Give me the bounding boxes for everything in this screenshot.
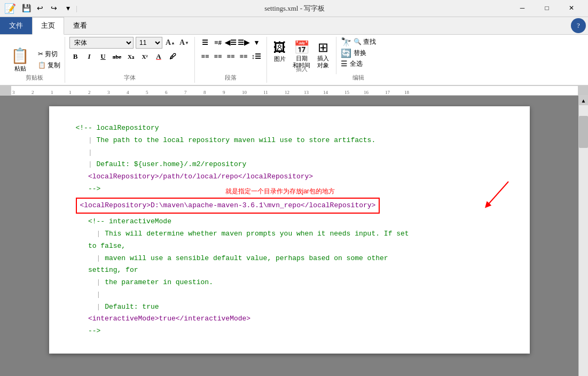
font-shrink-button[interactable]: A▼ [178, 37, 190, 49]
xml-line-16: <interactiveMode>true</interactiveMode> [76, 313, 503, 325]
scroll-up-button[interactable]: ▲ [579, 96, 588, 105]
font-row1: 宋体 11 A▲ A▼ [69, 37, 190, 49]
ruler: 3 2 1 1 2 3 4 5 6 7 8 9 10 11 12 13 14 1… [0, 86, 588, 96]
insert-image-button[interactable]: 🖼 图片 [271, 39, 288, 64]
scroll-track[interactable] [579, 105, 588, 376]
help-button[interactable]: ? [571, 18, 586, 33]
superscript-button[interactable]: X² [139, 51, 151, 62]
font-row2: B I U abe X₂ X² A 🖊 [69, 51, 190, 62]
para-row1: ☰ ≡# ◀☰ ☰▶ ▾ [199, 37, 262, 49]
edit-row1: 🔭 🔍 查找 [341, 37, 376, 47]
xml-line-11: | maven will use a sensible default valu… [76, 253, 503, 265]
close-button[interactable]: ✕ [559, 0, 584, 17]
xml-line-14: | [76, 289, 503, 301]
font-family-select[interactable]: 宋体 [69, 37, 134, 49]
bar-line: | The path to the local repository maven… [76, 136, 376, 144]
xml-line-10: to false, [76, 240, 503, 253]
underline-button[interactable]: U [97, 51, 109, 62]
clipboard-label: 剪贴板 [4, 74, 65, 82]
tab-view[interactable]: 查看 [64, 17, 96, 34]
close-comment2: --> [76, 327, 101, 335]
align-left-button[interactable]: ≡≡ [199, 51, 211, 62]
scroll-thumb[interactable] [579, 116, 588, 148]
find-label[interactable]: 🔍 查找 [354, 37, 376, 46]
selectall-icon: ☰ [341, 59, 348, 68]
interactive-comment-open: <!-- interactiveMode [76, 217, 171, 225]
insert-group: 🖼 图片 📅 日期和时间 ⊞ 插入对象 插入 [267, 37, 336, 74]
document-page[interactable]: <!-- localRepository | The path to the l… [49, 106, 530, 354]
to-false: to false, [76, 242, 126, 250]
save-quickbtn[interactable]: 💾 [20, 3, 32, 14]
xml-line-13: | the parameter in question. [76, 277, 503, 289]
para-row2: ≡≡ ≡≡ ≡≡ ≡≡ ↕☰ [199, 51, 262, 62]
vertical-scrollbar[interactable]: ▲ ▼ [578, 96, 588, 376]
local-repo-custom-tag: <localRepository>D:\maven\apache-maven-3… [80, 201, 376, 209]
xml-line-9: | This will determine whether maven prom… [76, 228, 503, 240]
xml-line-5: <localRepository>/path/to/local/repo</lo… [76, 171, 503, 183]
replace-label[interactable]: 替换 [354, 49, 366, 58]
xml-line-17: --> [76, 325, 503, 338]
app-icon: 📝 [4, 3, 16, 14]
xml-line-4: | Default: ${user.home}/.m2/repository [76, 159, 503, 171]
annotation-text: 就是指定一个目录作为存放jar包的地方 [225, 186, 335, 197]
quick-access-toolbar: 💾 ↩ ↪ ▾ [20, 3, 74, 14]
para-dropdown[interactable]: ▾ [250, 37, 262, 49]
font-grow-button[interactable]: A▲ [164, 37, 176, 49]
close-comment: --> [76, 185, 101, 193]
svg-line-1 [487, 182, 508, 206]
object-icon: ⊞ [318, 40, 328, 55]
maximize-button[interactable]: □ [535, 0, 559, 17]
annotation-arrow [471, 176, 514, 214]
font-color-button[interactable]: A [153, 51, 164, 62]
selectall-label[interactable]: 全选 [350, 59, 363, 68]
ruler-left-margin [0, 86, 11, 95]
window-title: settings.xml - 写字板 [80, 4, 510, 13]
default-text: | Default: ${user.home}/.m2/repository [76, 160, 247, 168]
image-icon: 🖼 [273, 40, 286, 55]
xml-line-3: | [76, 147, 503, 159]
editing-group: 🔭 🔍 查找 🔄 替换 ☰ 全选 编辑 [336, 37, 380, 83]
font-group-label: 字体 [65, 74, 194, 82]
highlight-button[interactable]: 🖊 [167, 51, 178, 62]
ribbon-tabs: 文件 主页 查看 ? [0, 17, 588, 35]
local-repo-tag: <localRepository>/path/to/local/repo</lo… [76, 173, 313, 181]
tab-home[interactable]: 主页 [32, 17, 64, 35]
xml-line-15: | Default: true [76, 301, 503, 314]
subscript-button[interactable]: X₂ [125, 51, 137, 62]
copy-button[interactable]: 📋 复制 [36, 60, 62, 70]
xml-line-1: <!-- localRepository [76, 122, 503, 135]
bold-button[interactable]: B [69, 51, 81, 62]
interactive-bar4: | [76, 291, 101, 299]
document-scroll-area[interactable]: <!-- localRepository | The path to the l… [0, 96, 578, 376]
quickaccess-dropdown[interactable]: ▾ [62, 3, 74, 14]
font-group: 宋体 11 A▲ A▼ B I U abe X₂ X² A 🖊 字体 [65, 37, 195, 83]
app-icon-area: 📝 [4, 3, 16, 14]
decrease-indent-button[interactable]: ◀☰ [225, 37, 237, 49]
paragraph-group: ☰ ≡# ◀☰ ☰▶ ▾ ≡≡ ≡≡ ≡≡ ≡≡ ↕☰ 段落 [195, 37, 267, 83]
italic-button[interactable]: I [83, 51, 95, 62]
window-controls: ─ □ ✕ [510, 0, 584, 17]
bar-line-empty: | [76, 148, 92, 156]
tab-file[interactable]: 文件 [0, 17, 32, 34]
justify-button[interactable]: ≡≡ [238, 51, 249, 62]
highlighted-line-container: <localRepository>D:\maven\apache-maven-3… [76, 198, 503, 214]
increase-indent-button[interactable]: ☰▶ [238, 37, 249, 49]
cut-button[interactable]: ✂ 剪切 [36, 49, 62, 59]
datetime-icon: 📅 [294, 40, 310, 55]
list-button[interactable]: ☰ [199, 37, 211, 49]
font-size-select[interactable]: 11 [136, 37, 162, 49]
title-bar: 📝 💾 ↩ ↪ ▾ | settings.xml - 写字板 ─ □ ✕ [0, 0, 588, 17]
numbered-list-button[interactable]: ≡# [212, 37, 224, 49]
minimize-button[interactable]: ─ [510, 0, 535, 17]
ruler-scale: 3 2 1 1 2 3 4 5 6 7 8 9 10 11 12 13 14 1… [11, 86, 578, 95]
interactive-mode-tag: <interactiveMode>true</interactiveMode> [76, 315, 251, 323]
paragraph-group-label: 段落 [195, 74, 266, 82]
redo-quickbtn[interactable]: ↪ [48, 3, 60, 14]
xml-line-8: <!-- interactiveMode [76, 216, 503, 228]
line-spacing-button[interactable]: ↕☰ [250, 51, 262, 62]
undo-quickbtn[interactable]: ↩ [34, 3, 46, 14]
highlight-box: <localRepository>D:\maven\apache-maven-3… [76, 198, 380, 214]
align-right-button[interactable]: ≡≡ [225, 51, 237, 62]
align-center-button[interactable]: ≡≡ [212, 51, 224, 62]
strikethrough-button[interactable]: abe [111, 51, 123, 62]
